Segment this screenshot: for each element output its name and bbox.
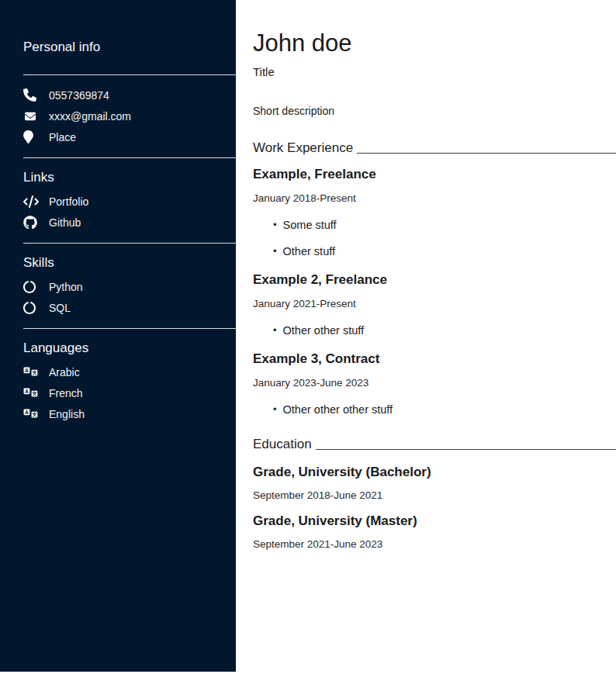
contact-item-label: 0557369874	[49, 89, 109, 102]
envelope-icon	[23, 111, 39, 122]
link-item[interactable]: Github	[23, 212, 236, 233]
candidate-title: Title	[253, 64, 616, 79]
resume-page: Personal info 0557369874 xxxx@gmail.com …	[0, 0, 616, 674]
work-experience-list: Example, Freelance January 2018-Present …	[253, 166, 616, 417]
job-bullet: Some stuff	[273, 218, 616, 233]
job-bullets: Some stuff Other stuff	[253, 218, 616, 259]
links-list: Portfolio Github	[23, 191, 236, 233]
short-description: Short description	[253, 105, 616, 118]
language-item-label: Arabic	[49, 366, 80, 378]
education-entry: Grade, University (Master) September 202…	[253, 513, 616, 551]
education-dates: September 2018-June 2021	[253, 489, 616, 502]
github-icon	[23, 216, 39, 230]
sidebar: Personal info 0557369874 xxxx@gmail.com …	[0, 0, 236, 672]
job-bullet: Other stuff	[273, 244, 616, 259]
candidate-name: John doe	[253, 28, 616, 59]
job-entry: Example 3, Contract January 2023-June 20…	[253, 351, 616, 417]
contact-item: 0557369874	[23, 85, 236, 105]
work-experience-section-header: Work Experience	[253, 140, 616, 157]
job-title: Example, Freelance	[253, 166, 616, 182]
svg-text:A: A	[25, 410, 29, 415]
map-marker-icon	[23, 130, 39, 143]
sidebar-divider	[23, 157, 236, 158]
language-icon: A	[23, 386, 39, 399]
education-section-header: Education	[253, 436, 616, 453]
link-item-label[interactable]: Github	[49, 216, 81, 229]
job-entry: Example, Freelance January 2018-Present …	[253, 166, 616, 259]
language-item-label: French	[49, 387, 83, 399]
contact-list: 0557369874 xxxx@gmail.com Place	[23, 85, 236, 147]
language-item: A English	[23, 403, 236, 424]
contact-item-label: xxxx@gmail.com	[49, 110, 131, 123]
job-bullets: Other other stuff	[253, 323, 616, 338]
main-content: John doe Title Short description Work Ex…	[236, 0, 616, 674]
sidebar-divider	[23, 328, 236, 329]
contact-item: xxxx@gmail.com	[23, 105, 236, 126]
skill-item: Python	[23, 276, 236, 297]
job-dates: January 2023-June 2023	[253, 377, 616, 389]
language-icon: A	[23, 407, 39, 420]
education-dates: September 2021-June 2023	[253, 538, 616, 551]
job-bullets: Other other other stuff	[253, 403, 616, 417]
svg-text:A: A	[25, 368, 29, 373]
language-icon: A	[23, 365, 39, 378]
contact-item: Place	[23, 126, 236, 147]
education-title: Grade, University (Master)	[253, 513, 616, 529]
personal-info-heading: Personal info	[23, 39, 236, 56]
job-bullet: Other other stuff	[273, 323, 616, 338]
link-item[interactable]: Portfolio	[23, 191, 236, 212]
skill-item: SQL	[23, 297, 236, 318]
education-list: Grade, University (Bachelor) September 2…	[253, 464, 616, 551]
language-item: A Arabic	[23, 361, 236, 382]
job-entry: Example 2, Freelance January 2021-Presen…	[253, 271, 616, 338]
job-bullet: Other other other stuff	[273, 403, 616, 417]
education-entry: Grade, University (Bachelor) September 2…	[253, 464, 616, 502]
circle-notch-icon	[23, 302, 39, 314]
skill-item-label: Python	[49, 281, 83, 293]
language-item-label: English	[49, 408, 85, 420]
language-item: A French	[23, 382, 236, 403]
links-heading: Links	[23, 169, 236, 186]
contact-item-label: Place	[49, 131, 76, 143]
skill-item-label: SQL	[49, 302, 71, 314]
section-rule	[357, 153, 616, 154]
code-icon	[23, 195, 39, 208]
svg-text:A: A	[25, 389, 29, 394]
link-item-label[interactable]: Portfolio	[49, 195, 88, 208]
skills-heading: Skills	[23, 254, 236, 271]
languages-list: A Arabic A French A English	[23, 361, 236, 424]
sidebar-divider	[23, 243, 236, 244]
job-dates: January 2021-Present	[253, 298, 616, 310]
phone-icon	[23, 88, 39, 102]
job-title: Example 2, Freelance	[253, 271, 616, 288]
education-title: Grade, University (Bachelor)	[253, 464, 616, 480]
education-heading: Education	[253, 436, 312, 453]
job-title: Example 3, Contract	[253, 351, 616, 367]
sidebar-divider	[23, 74, 236, 75]
languages-heading: Languages	[23, 340, 236, 357]
job-dates: January 2018-Present	[253, 192, 616, 205]
work-experience-heading: Work Experience	[253, 140, 353, 157]
skills-list: Python SQL	[23, 276, 236, 318]
section-rule	[316, 449, 616, 450]
circle-notch-icon	[23, 281, 39, 293]
